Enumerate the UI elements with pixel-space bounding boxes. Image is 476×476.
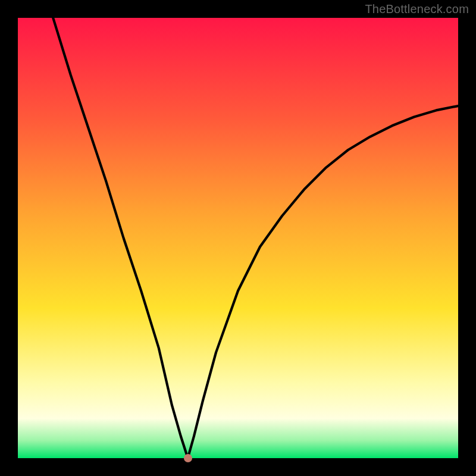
curve-svg bbox=[18, 18, 458, 458]
bottleneck-curve-path bbox=[53, 18, 458, 458]
plot-area bbox=[18, 18, 458, 458]
minimum-marker bbox=[184, 454, 192, 462]
watermark-text: TheBottleneck.com bbox=[365, 2, 469, 16]
